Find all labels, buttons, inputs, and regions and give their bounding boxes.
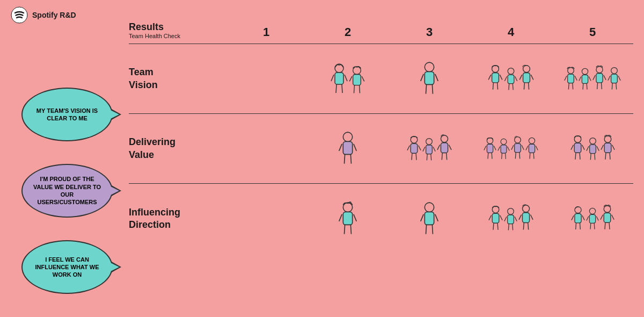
figure-icon xyxy=(488,64,503,93)
svg-line-58 xyxy=(612,83,612,89)
figure-icon xyxy=(519,64,534,93)
svg-line-139 xyxy=(435,214,438,221)
svg-rect-63 xyxy=(343,142,352,155)
svg-line-46 xyxy=(583,83,583,89)
svg-rect-81 xyxy=(441,142,448,153)
svg-line-172 xyxy=(605,222,605,229)
row-cells-3 xyxy=(225,192,633,246)
svg-line-94 xyxy=(502,153,502,159)
svg-rect-33 xyxy=(523,73,530,83)
bubble-text-2: I'M PROUD OF THE VALUE WE DELIVER TO OUR… xyxy=(21,164,113,218)
svg-point-8 xyxy=(353,66,361,74)
results-subtitle: Team Health Check xyxy=(129,33,225,39)
svg-line-108 xyxy=(526,146,528,150)
svg-line-102 xyxy=(511,145,514,149)
row-cells-2 xyxy=(225,122,633,176)
bubble-delivering-value: I'M PROUD OF THE VALUE WE DELIVER TO OUR… xyxy=(11,156,123,226)
svg-line-132 xyxy=(339,214,342,221)
svg-point-44 xyxy=(582,68,588,74)
svg-point-134 xyxy=(425,203,434,212)
figure-icon xyxy=(518,204,533,234)
cell-2-1 xyxy=(225,122,307,176)
svg-line-119 xyxy=(594,153,595,160)
svg-line-78 xyxy=(423,147,425,151)
svg-line-52 xyxy=(597,82,598,89)
svg-line-37 xyxy=(531,75,533,80)
svg-line-7 xyxy=(345,75,347,81)
svg-point-164 xyxy=(589,208,595,214)
svg-line-4 xyxy=(336,84,336,93)
svg-line-120 xyxy=(586,146,588,150)
svg-line-77 xyxy=(431,154,431,160)
cell-3-3 xyxy=(389,192,470,246)
svg-line-151 xyxy=(515,217,517,221)
figure-icon xyxy=(608,66,621,93)
svg-line-18 xyxy=(421,74,423,81)
figure-icon xyxy=(420,61,438,96)
svg-rect-105 xyxy=(529,144,535,153)
svg-point-128 xyxy=(343,203,352,212)
svg-line-10 xyxy=(354,85,355,93)
svg-line-36 xyxy=(519,75,522,80)
svg-line-88 xyxy=(488,153,488,158)
svg-rect-9 xyxy=(353,74,361,85)
figure-icon xyxy=(437,134,452,164)
svg-rect-3 xyxy=(335,73,343,84)
svg-line-59 xyxy=(616,83,617,89)
svg-line-125 xyxy=(610,153,610,160)
svg-line-157 xyxy=(530,215,533,220)
svg-line-6 xyxy=(331,75,334,81)
svg-line-121 xyxy=(597,146,599,150)
cell-2-3 xyxy=(389,122,470,176)
svg-line-113 xyxy=(580,153,580,160)
svg-line-43 xyxy=(575,76,577,80)
svg-line-97 xyxy=(507,146,509,150)
svg-line-67 xyxy=(354,144,356,151)
svg-line-118 xyxy=(590,153,591,160)
cell-1-5 xyxy=(552,52,633,106)
svg-rect-171 xyxy=(604,213,611,222)
svg-line-64 xyxy=(345,154,345,163)
svg-line-127 xyxy=(612,145,614,149)
svg-line-103 xyxy=(522,145,524,149)
svg-line-150 xyxy=(504,217,507,221)
svg-line-112 xyxy=(575,153,576,160)
cell-1-4 xyxy=(470,52,552,106)
svg-line-109 xyxy=(536,146,538,150)
svg-line-65 xyxy=(350,154,351,163)
row-team-vision: TeamVision xyxy=(129,44,633,114)
svg-line-34 xyxy=(524,83,524,90)
svg-line-30 xyxy=(504,76,507,81)
svg-line-55 xyxy=(604,75,606,80)
cell-3-5 xyxy=(552,192,633,246)
svg-line-31 xyxy=(515,76,517,81)
svg-line-61 xyxy=(618,76,620,80)
svg-rect-99 xyxy=(515,143,521,153)
figure-icon xyxy=(331,63,348,95)
svg-line-130 xyxy=(345,225,345,234)
svg-line-16 xyxy=(426,84,427,93)
svg-rect-129 xyxy=(343,212,352,225)
svg-line-85 xyxy=(449,145,451,149)
figure-icon xyxy=(504,67,518,93)
svg-line-154 xyxy=(523,222,524,229)
results-header: Results Team Health Check xyxy=(129,21,225,39)
figure-icon xyxy=(422,137,436,164)
svg-line-29 xyxy=(513,84,513,90)
svg-line-101 xyxy=(519,152,520,158)
svg-line-42 xyxy=(565,76,567,80)
svg-rect-69 xyxy=(411,143,418,153)
svg-line-163 xyxy=(582,215,584,220)
row-cells-1 xyxy=(225,52,633,106)
svg-rect-111 xyxy=(574,143,581,153)
svg-line-23 xyxy=(497,83,498,90)
svg-rect-45 xyxy=(582,75,588,83)
svg-rect-117 xyxy=(589,145,596,154)
col-5: 5 xyxy=(552,25,633,39)
svg-line-76 xyxy=(427,154,427,160)
svg-point-38 xyxy=(568,67,574,74)
svg-point-146 xyxy=(508,208,514,215)
svg-point-50 xyxy=(596,66,603,73)
cell-1-2 xyxy=(307,52,389,106)
brand-name: Spotify R&D xyxy=(32,11,76,19)
